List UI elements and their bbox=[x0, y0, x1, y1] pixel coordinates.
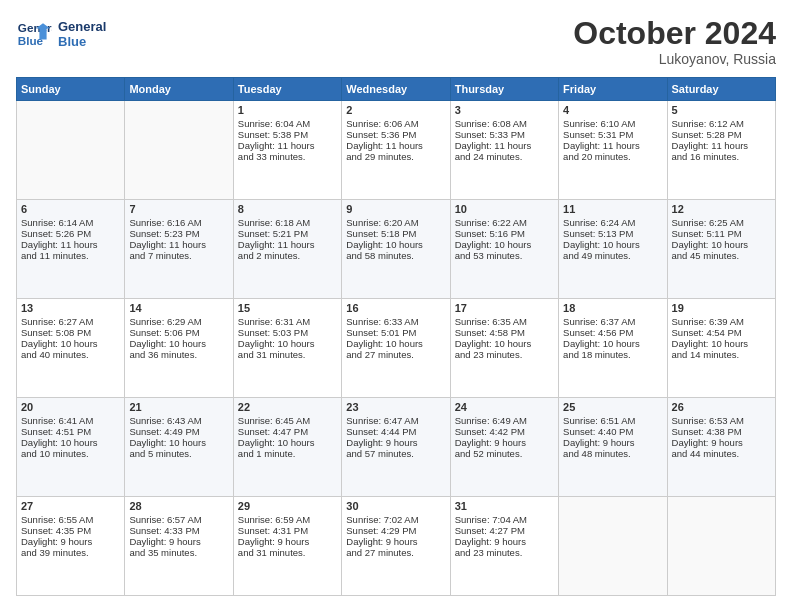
day-info: Sunrise: 6:49 AM bbox=[455, 415, 554, 426]
calendar-cell bbox=[125, 101, 233, 200]
logo-name: General bbox=[58, 19, 106, 34]
day-number: 19 bbox=[672, 302, 771, 314]
day-number: 14 bbox=[129, 302, 228, 314]
calendar-cell: 15Sunrise: 6:31 AMSunset: 5:03 PMDayligh… bbox=[233, 299, 341, 398]
day-number: 30 bbox=[346, 500, 445, 512]
day-info: Sunset: 5:11 PM bbox=[672, 228, 771, 239]
day-info: Sunrise: 6:25 AM bbox=[672, 217, 771, 228]
day-info: Sunrise: 6:57 AM bbox=[129, 514, 228, 525]
day-info: Daylight: 10 hours bbox=[21, 338, 120, 349]
day-info: Sunset: 4:27 PM bbox=[455, 525, 554, 536]
calendar-cell: 28Sunrise: 6:57 AMSunset: 4:33 PMDayligh… bbox=[125, 497, 233, 596]
day-info: Daylight: 9 hours bbox=[21, 536, 120, 547]
day-info: Sunrise: 6:22 AM bbox=[455, 217, 554, 228]
day-number: 21 bbox=[129, 401, 228, 413]
calendar-cell: 25Sunrise: 6:51 AMSunset: 4:40 PMDayligh… bbox=[559, 398, 667, 497]
calendar-week-5: 27Sunrise: 6:55 AMSunset: 4:35 PMDayligh… bbox=[17, 497, 776, 596]
day-info: and 36 minutes. bbox=[129, 349, 228, 360]
calendar-cell: 29Sunrise: 6:59 AMSunset: 4:31 PMDayligh… bbox=[233, 497, 341, 596]
day-info: Daylight: 11 hours bbox=[563, 140, 662, 151]
day-number: 17 bbox=[455, 302, 554, 314]
calendar-week-4: 20Sunrise: 6:41 AMSunset: 4:51 PMDayligh… bbox=[17, 398, 776, 497]
day-info: Sunset: 4:44 PM bbox=[346, 426, 445, 437]
day-info: Sunrise: 6:12 AM bbox=[672, 118, 771, 129]
day-info: Daylight: 10 hours bbox=[672, 338, 771, 349]
day-info: Sunset: 4:31 PM bbox=[238, 525, 337, 536]
day-info: Sunrise: 6:33 AM bbox=[346, 316, 445, 327]
day-info: and 20 minutes. bbox=[563, 151, 662, 162]
day-number: 26 bbox=[672, 401, 771, 413]
logo-sub: Blue bbox=[58, 34, 106, 49]
day-info: Sunrise: 6:27 AM bbox=[21, 316, 120, 327]
day-info: Sunrise: 6:06 AM bbox=[346, 118, 445, 129]
day-info: and 5 minutes. bbox=[129, 448, 228, 459]
day-number: 16 bbox=[346, 302, 445, 314]
day-info: Sunset: 5:08 PM bbox=[21, 327, 120, 338]
day-info: Sunset: 4:35 PM bbox=[21, 525, 120, 536]
day-number: 10 bbox=[455, 203, 554, 215]
day-info: and 52 minutes. bbox=[455, 448, 554, 459]
day-info: and 31 minutes. bbox=[238, 547, 337, 558]
calendar-cell: 4Sunrise: 6:10 AMSunset: 5:31 PMDaylight… bbox=[559, 101, 667, 200]
day-info: Sunrise: 7:04 AM bbox=[455, 514, 554, 525]
day-info: and 39 minutes. bbox=[21, 547, 120, 558]
day-info: Sunrise: 6:51 AM bbox=[563, 415, 662, 426]
day-info: Daylight: 10 hours bbox=[563, 338, 662, 349]
calendar-cell: 23Sunrise: 6:47 AMSunset: 4:44 PMDayligh… bbox=[342, 398, 450, 497]
page: General Blue General Blue October 2024 L… bbox=[0, 0, 792, 612]
day-info: Daylight: 10 hours bbox=[238, 437, 337, 448]
day-info: Sunset: 5:06 PM bbox=[129, 327, 228, 338]
day-info: Sunset: 5:01 PM bbox=[346, 327, 445, 338]
calendar-cell: 30Sunrise: 7:02 AMSunset: 4:29 PMDayligh… bbox=[342, 497, 450, 596]
day-info: Sunset: 5:23 PM bbox=[129, 228, 228, 239]
day-number: 25 bbox=[563, 401, 662, 413]
day-header-monday: Monday bbox=[125, 78, 233, 101]
day-number: 15 bbox=[238, 302, 337, 314]
day-number: 11 bbox=[563, 203, 662, 215]
header: General Blue General Blue October 2024 L… bbox=[16, 16, 776, 67]
day-info: Daylight: 10 hours bbox=[21, 437, 120, 448]
calendar-week-1: 1Sunrise: 6:04 AMSunset: 5:38 PMDaylight… bbox=[17, 101, 776, 200]
day-info: and 58 minutes. bbox=[346, 250, 445, 261]
day-info: and 35 minutes. bbox=[129, 547, 228, 558]
day-info: Sunrise: 6:24 AM bbox=[563, 217, 662, 228]
calendar-cell: 7Sunrise: 6:16 AMSunset: 5:23 PMDaylight… bbox=[125, 200, 233, 299]
calendar-table: SundayMondayTuesdayWednesdayThursdayFrid… bbox=[16, 77, 776, 596]
day-info: Sunset: 5:18 PM bbox=[346, 228, 445, 239]
day-info: Daylight: 11 hours bbox=[455, 140, 554, 151]
calendar-cell: 9Sunrise: 6:20 AMSunset: 5:18 PMDaylight… bbox=[342, 200, 450, 299]
day-info: Sunset: 5:13 PM bbox=[563, 228, 662, 239]
day-info: Daylight: 11 hours bbox=[238, 239, 337, 250]
day-header-wednesday: Wednesday bbox=[342, 78, 450, 101]
day-info: Sunset: 4:56 PM bbox=[563, 327, 662, 338]
calendar-cell: 10Sunrise: 6:22 AMSunset: 5:16 PMDayligh… bbox=[450, 200, 558, 299]
calendar-cell: 27Sunrise: 6:55 AMSunset: 4:35 PMDayligh… bbox=[17, 497, 125, 596]
day-number: 2 bbox=[346, 104, 445, 116]
day-number: 22 bbox=[238, 401, 337, 413]
day-info: Daylight: 10 hours bbox=[563, 239, 662, 250]
day-info: Sunrise: 6:20 AM bbox=[346, 217, 445, 228]
day-info: Sunset: 5:36 PM bbox=[346, 129, 445, 140]
day-info: and 16 minutes. bbox=[672, 151, 771, 162]
calendar-cell bbox=[559, 497, 667, 596]
day-number: 12 bbox=[672, 203, 771, 215]
day-info: Sunrise: 6:18 AM bbox=[238, 217, 337, 228]
day-info: Sunset: 4:38 PM bbox=[672, 426, 771, 437]
day-header-friday: Friday bbox=[559, 78, 667, 101]
day-info: and 23 minutes. bbox=[455, 349, 554, 360]
day-info: Daylight: 11 hours bbox=[346, 140, 445, 151]
location: Lukoyanov, Russia bbox=[573, 51, 776, 67]
calendar-cell: 16Sunrise: 6:33 AMSunset: 5:01 PMDayligh… bbox=[342, 299, 450, 398]
day-info: Sunset: 4:51 PM bbox=[21, 426, 120, 437]
logo: General Blue General Blue bbox=[16, 16, 106, 52]
calendar-cell: 26Sunrise: 6:53 AMSunset: 4:38 PMDayligh… bbox=[667, 398, 775, 497]
day-info: Sunset: 4:29 PM bbox=[346, 525, 445, 536]
day-number: 3 bbox=[455, 104, 554, 116]
day-info: Sunrise: 6:16 AM bbox=[129, 217, 228, 228]
day-info: and 24 minutes. bbox=[455, 151, 554, 162]
day-info: Sunrise: 6:55 AM bbox=[21, 514, 120, 525]
day-number: 8 bbox=[238, 203, 337, 215]
day-info: and 45 minutes. bbox=[672, 250, 771, 261]
day-info: and 1 minute. bbox=[238, 448, 337, 459]
day-info: Daylight: 10 hours bbox=[129, 437, 228, 448]
